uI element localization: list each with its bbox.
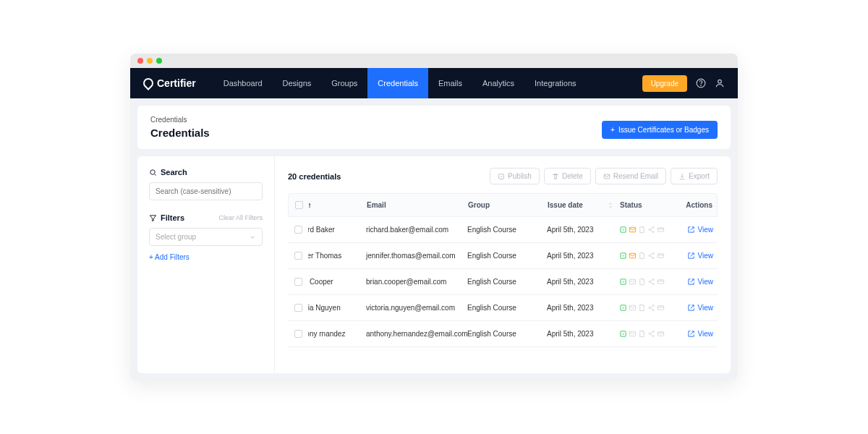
cell-status — [619, 330, 670, 338]
col-name[interactable]: me — [309, 201, 367, 209]
window-maximize-icon[interactable] — [156, 58, 162, 64]
table-header: me Email Group Issue date Status Actions — [288, 193, 718, 217]
external-link-icon[interactable] — [687, 226, 695, 234]
clear-filters-button[interactable]: Clear All Filters — [218, 214, 263, 221]
upgrade-button[interactable]: Upgrade — [642, 75, 687, 92]
issue-button-label: Issue Certificates or Badges — [618, 126, 709, 134]
col-group[interactable]: Group — [468, 201, 548, 209]
svg-point-16 — [652, 258, 654, 259]
view-link[interactable]: View — [698, 330, 714, 338]
credentials-table: me Email Group Issue date Status Actions… — [288, 193, 718, 347]
brand-icon — [141, 76, 156, 90]
row-checkbox[interactable] — [294, 252, 302, 260]
action-bar: Publish Delete Resend Email Export — [490, 168, 718, 184]
view-link[interactable]: View — [698, 278, 714, 286]
add-filters-button[interactable]: + Add Filters — [149, 253, 263, 261]
nav-dashboard[interactable]: Dashboard — [213, 68, 273, 98]
page-title: Credentials — [150, 127, 210, 139]
cell-status — [619, 278, 670, 286]
cell-date: April 5th, 2023 — [547, 252, 619, 260]
status-doc-icon — [638, 226, 646, 234]
svg-point-33 — [649, 333, 650, 335]
help-icon[interactable] — [696, 78, 706, 88]
view-link[interactable]: View — [698, 252, 714, 260]
cell-date: April 5th, 2023 — [547, 304, 619, 312]
cell-actions: View — [670, 304, 718, 312]
svg-point-34 — [652, 336, 654, 337]
view-link[interactable]: View — [698, 304, 714, 312]
cell-actions: View — [670, 330, 718, 338]
table-row: toria Nguyen victoria.nguyen@email.com E… — [288, 295, 718, 321]
cell-email: richard.baker@email.com — [366, 226, 467, 234]
brand[interactable]: Certifier — [143, 77, 196, 89]
nav-credentials[interactable]: Credentials — [367, 68, 428, 98]
col-date[interactable]: Issue date — [548, 201, 620, 209]
svg-point-9 — [649, 229, 650, 231]
status-email-icon — [629, 330, 637, 338]
status-doc-icon — [638, 330, 646, 338]
sort-icon — [607, 202, 614, 209]
cell-date: April 5th, 2023 — [547, 226, 619, 234]
group-select[interactable]: Select group — [149, 228, 263, 246]
svg-point-28 — [652, 310, 654, 311]
nav-analytics[interactable]: Analytics — [472, 68, 524, 98]
col-status[interactable]: Status — [620, 201, 671, 209]
table-row: thony rnandez anthony.hernandez@email.co… — [288, 321, 718, 347]
svg-point-15 — [649, 255, 650, 257]
user-icon[interactable] — [715, 78, 725, 88]
nav-designs[interactable]: Designs — [273, 68, 322, 98]
status-wallet-icon — [657, 330, 665, 338]
external-link-icon[interactable] — [687, 304, 695, 312]
svg-point-2 — [718, 80, 722, 83]
external-link-icon[interactable] — [687, 278, 695, 286]
row-checkbox[interactable] — [294, 330, 302, 338]
issue-button[interactable]: + Issue Certificates or Badges — [602, 121, 718, 139]
window-close-icon[interactable] — [137, 58, 143, 64]
col-email[interactable]: Email — [367, 201, 468, 209]
row-checkbox[interactable] — [294, 278, 302, 286]
status-email-icon — [629, 278, 637, 286]
svg-rect-17 — [658, 254, 663, 258]
status-email-icon — [629, 226, 637, 234]
main: 20 credentials Publish Delete Resend Ema… — [275, 156, 731, 373]
external-link-icon[interactable] — [687, 330, 695, 338]
svg-point-8 — [652, 226, 654, 228]
cell-name: an Cooper — [308, 278, 366, 286]
svg-rect-35 — [658, 332, 663, 336]
svg-rect-23 — [658, 280, 663, 284]
view-link[interactable]: View — [698, 226, 714, 234]
cell-group: English Course — [467, 278, 547, 286]
status-published-icon — [619, 304, 627, 312]
cell-status — [619, 252, 670, 260]
app-window: Certifier DashboardDesignsGroupsCredenti… — [130, 54, 738, 380]
plus-icon: + — [610, 126, 615, 134]
brand-label: Certifier — [157, 77, 196, 89]
filter-icon — [149, 214, 157, 222]
credentials-count: 20 credentials — [288, 172, 341, 181]
status-published-icon — [619, 278, 627, 286]
window-minimize-icon[interactable] — [147, 58, 153, 64]
cell-name: thony rnandez — [308, 330, 366, 338]
table-row: nifer Thomas jennifer.thomas@email.com E… — [288, 243, 718, 269]
select-all-checkbox[interactable] — [295, 201, 303, 209]
publish-button[interactable]: Publish — [490, 168, 540, 184]
titlebar — [130, 54, 738, 68]
nav-integrations[interactable]: Integrations — [524, 68, 586, 98]
delete-button[interactable]: Delete — [544, 168, 591, 184]
row-checkbox[interactable] — [294, 304, 302, 312]
status-share-icon — [647, 330, 655, 338]
nav-emails[interactable]: Emails — [428, 68, 472, 98]
external-link-icon[interactable] — [687, 252, 695, 260]
status-share-icon — [647, 252, 655, 260]
sidebar: Search Filters Clear All Filters Select … — [137, 156, 275, 373]
export-button[interactable]: Export — [671, 168, 718, 184]
cell-group: English Course — [467, 330, 547, 338]
cell-status — [619, 226, 670, 234]
nav-groups[interactable]: Groups — [321, 68, 367, 98]
cell-actions: View — [670, 226, 718, 234]
row-checkbox[interactable] — [294, 226, 302, 234]
svg-point-10 — [652, 231, 654, 233]
resend-button[interactable]: Resend Email — [595, 168, 666, 184]
search-input[interactable] — [149, 182, 263, 200]
status-published-icon — [619, 226, 627, 234]
